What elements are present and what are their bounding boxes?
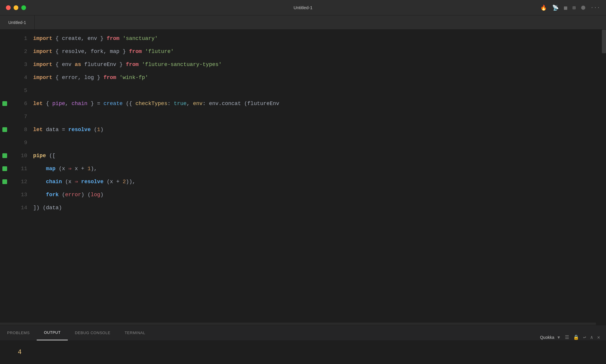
gutter-8 bbox=[0, 123, 9, 136]
token bbox=[139, 58, 142, 71]
output-source-label: Quokka bbox=[540, 335, 554, 340]
token: ) bbox=[100, 188, 104, 201]
token: ⇒ bbox=[75, 175, 78, 188]
tab-output[interactable]: OUTPUT bbox=[37, 325, 68, 340]
code-line-7 bbox=[33, 110, 602, 123]
maximize-button[interactable] bbox=[21, 5, 26, 10]
editor-container: Untitled-1 🔥 📡 ▦ ⊞ ··· Untitled-1 bbox=[0, 0, 606, 364]
token: , bbox=[187, 97, 193, 110]
code-line-1: import { create, env } from 'sanctuary' bbox=[33, 32, 602, 45]
token: : bbox=[167, 97, 174, 110]
token: true bbox=[174, 97, 186, 110]
gutter-7 bbox=[0, 110, 9, 123]
token: } = bbox=[88, 97, 104, 110]
scrollbar-area bbox=[0, 319, 602, 325]
breakpoint-8[interactable] bbox=[2, 127, 7, 132]
token bbox=[120, 32, 123, 45]
code-line-4: import { error, log } from 'wink-fp' bbox=[33, 71, 602, 84]
token: { create, env } bbox=[52, 32, 107, 45]
main-area: 1 2 3 4 5 6 7 8 9 10 11 12 13 14 bbox=[0, 30, 606, 325]
token: from bbox=[107, 32, 119, 45]
gutter-5 bbox=[0, 84, 9, 97]
status-circle bbox=[581, 6, 585, 10]
gutter-14 bbox=[0, 201, 9, 214]
flame-icon[interactable]: 🔥 bbox=[540, 4, 547, 11]
token: checkTypes bbox=[136, 97, 167, 110]
token: as bbox=[75, 58, 81, 71]
traffic-lights bbox=[6, 5, 26, 10]
minimize-button[interactable] bbox=[14, 5, 18, 10]
tab-problems-label: PROBLEMS bbox=[7, 331, 30, 335]
panel-output: 4 bbox=[0, 340, 606, 364]
title-bar: Untitled-1 🔥 📡 ▦ ⊞ ··· bbox=[0, 0, 606, 15]
window-title: Untitled-1 bbox=[294, 5, 312, 10]
output-source-select[interactable]: Quokka ▼ bbox=[540, 335, 561, 340]
token: let bbox=[33, 97, 43, 110]
tab-terminal[interactable]: TERMINAL bbox=[117, 325, 152, 340]
code-area: 1 2 3 4 5 6 7 8 9 10 11 12 13 14 bbox=[0, 30, 602, 319]
token: ) ( bbox=[81, 188, 91, 201]
token: log bbox=[91, 188, 100, 201]
output-value: 4 bbox=[18, 349, 22, 356]
gutter-indicators bbox=[0, 32, 9, 317]
clear-output-icon[interactable]: ☰ bbox=[565, 334, 569, 340]
tab-label: Untitled-1 bbox=[8, 20, 26, 25]
token: env bbox=[193, 97, 202, 110]
gutter-1 bbox=[0, 32, 9, 45]
vertical-scrollbar-container bbox=[602, 30, 606, 325]
gutter-11 bbox=[0, 162, 9, 175]
token: { error, log } bbox=[52, 71, 104, 84]
breakpoint-10[interactable] bbox=[2, 153, 7, 158]
token bbox=[142, 45, 145, 58]
tab-debug-console[interactable]: DEBUG CONSOLE bbox=[68, 325, 117, 340]
tab-output-label: OUTPUT bbox=[44, 330, 61, 335]
close-button[interactable] bbox=[6, 5, 11, 10]
token: { bbox=[43, 97, 52, 110]
token bbox=[33, 162, 46, 175]
tab-terminal-label: TERMINAL bbox=[125, 331, 145, 335]
token: import bbox=[33, 58, 52, 71]
editor-tab[interactable]: Untitled-1 bbox=[0, 15, 35, 30]
token: 'wink-fp' bbox=[120, 71, 148, 84]
panel-tabs: PROBLEMS OUTPUT DEBUG CONSOLE TERMINAL Q… bbox=[0, 325, 606, 340]
token: from bbox=[104, 71, 116, 84]
token: (x bbox=[56, 162, 68, 175]
token: let bbox=[33, 123, 43, 136]
code-line-2: import { resolve, fork, map } from 'flut… bbox=[33, 45, 602, 58]
close-panel-icon[interactable]: ✕ bbox=[597, 334, 600, 340]
breakpoint-11[interactable] bbox=[2, 166, 7, 171]
token: import bbox=[33, 45, 52, 58]
split-icon[interactable]: ⊞ bbox=[573, 4, 576, 11]
breakpoint-12[interactable] bbox=[2, 179, 7, 184]
token: import bbox=[33, 71, 52, 84]
token: ]) (data) bbox=[33, 201, 62, 214]
token: pipe bbox=[33, 149, 46, 162]
token bbox=[33, 188, 46, 201]
chevron-down-icon[interactable]: ▼ bbox=[557, 335, 561, 340]
token: create bbox=[104, 97, 123, 110]
code-line-3: import { env as flutureEnv } from 'flutu… bbox=[33, 58, 602, 71]
gutter-9 bbox=[0, 136, 9, 149]
scrollbar-track[interactable] bbox=[0, 323, 596, 325]
token: 'fluture' bbox=[145, 45, 174, 58]
token: from bbox=[129, 45, 142, 58]
token: 'sanctuary' bbox=[123, 32, 158, 45]
wrap-icon[interactable]: ↩ bbox=[583, 334, 586, 340]
layout-icon[interactable]: ▦ bbox=[564, 4, 567, 11]
tab-problems[interactable]: PROBLEMS bbox=[0, 325, 37, 340]
code-line-6: let { pipe , chain } = create ({ checkTy… bbox=[33, 97, 602, 110]
token: resolve bbox=[68, 123, 91, 136]
vertical-scrollbar-thumb[interactable] bbox=[602, 30, 606, 53]
token: error bbox=[65, 188, 81, 201]
breakpoint-6[interactable] bbox=[2, 101, 7, 106]
token: : env.concat (flutureEnv bbox=[203, 97, 279, 110]
more-icon[interactable]: ··· bbox=[591, 5, 600, 11]
collapse-icon[interactable]: ∧ bbox=[590, 334, 593, 340]
token: x + bbox=[72, 162, 88, 175]
code-line-13: fork ( error ) ( log ) bbox=[33, 188, 602, 201]
token: ), bbox=[91, 162, 97, 175]
code-lines[interactable]: import { create, env } from 'sanctuary' … bbox=[33, 32, 602, 317]
lock-icon[interactable]: 🔒 bbox=[573, 334, 579, 340]
broadcast-icon[interactable]: 📡 bbox=[552, 4, 559, 11]
gutter-4 bbox=[0, 71, 9, 84]
